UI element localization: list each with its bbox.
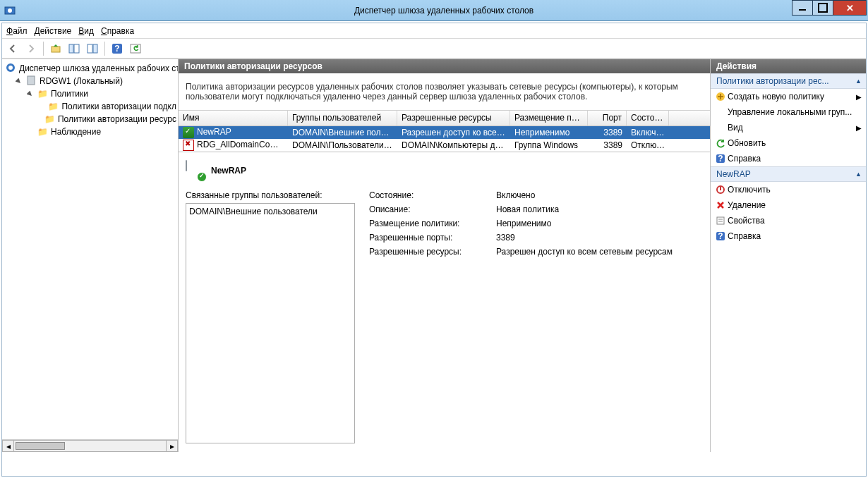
menu-view[interactable]: Вид xyxy=(78,26,94,36)
collapse-icon: ▲ xyxy=(855,171,862,178)
tree-pane: Диспетчер шлюза удаленных рабочих стол R… xyxy=(2,59,179,452)
desc-label: Описание: xyxy=(369,204,496,214)
svg-rect-4 xyxy=(74,44,79,53)
server-icon xyxy=(25,75,37,88)
center-description: Политика авторизации ресурсов удаленных … xyxy=(179,73,710,111)
actions-pane: Действия Политики авторизации рес...▲ Со… xyxy=(711,59,866,452)
tree-monitoring[interactable]: 📁 Наблюдение xyxy=(4,125,176,138)
help-button[interactable]: ? xyxy=(109,41,125,56)
window-title: Диспетчер шлюза удаленных рабочих столов xyxy=(20,6,868,16)
close-button[interactable]: ✕ xyxy=(833,0,867,16)
center-pane: Политики авторизации ресурсов Политика а… xyxy=(179,59,711,452)
col-groups[interactable]: Группы пользователей xyxy=(288,111,397,125)
col-state[interactable]: Состоя... xyxy=(627,111,669,125)
table-row[interactable]: RDG_AllDomainComputersDOMAIN\Пользовател… xyxy=(179,139,710,152)
tree-policies[interactable]: 📁 Политики xyxy=(4,87,176,100)
placement-value: Неприменимо xyxy=(496,219,703,228)
show-hide-actions-button[interactable] xyxy=(85,41,100,56)
collapse-icon: ▲ xyxy=(855,78,862,85)
state-label: Состояние: xyxy=(369,190,496,200)
menu-file[interactable]: Файл xyxy=(6,26,28,36)
window-titlebar: Диспетчер шлюза удаленных рабочих столов… xyxy=(0,0,868,21)
menu-action[interactable]: Действие xyxy=(35,26,72,36)
back-button[interactable] xyxy=(5,41,20,56)
submenu-icon: ▶ xyxy=(856,93,862,101)
table-row[interactable]: NewRAPDOMAIN\Внешние пользоват...Разреше… xyxy=(179,126,710,139)
tree-cap[interactable]: 📁 Политики авторизации подкл xyxy=(4,100,176,113)
action-refresh[interactable]: Обновить xyxy=(711,135,866,151)
svg-rect-9 xyxy=(131,44,140,53)
action-help[interactable]: ? Справка xyxy=(711,151,866,166)
folder-icon: 📁 xyxy=(37,89,48,99)
toolbar: ? xyxy=(2,39,866,59)
refresh-button[interactable] xyxy=(128,41,143,56)
detail-pane: NewRAP Связанные группы пользователей: D… xyxy=(179,152,710,452)
tree-server[interactable]: RDGW1 (Локальный) xyxy=(4,75,176,87)
center-header: Политики авторизации ресурсов xyxy=(179,59,710,73)
app-icon xyxy=(4,5,16,16)
help-icon: ? xyxy=(715,231,726,242)
table-header[interactable]: Имя Группы пользователей Разрешенные рес… xyxy=(179,111,710,126)
scroll-thumb[interactable] xyxy=(16,442,65,450)
gateway-icon xyxy=(5,62,16,75)
folder-icon: 📁 xyxy=(48,102,59,111)
help-icon: ? xyxy=(715,153,726,164)
forward-button[interactable] xyxy=(23,41,39,56)
svg-rect-3 xyxy=(69,44,73,53)
svg-rect-6 xyxy=(93,44,97,53)
svg-rect-2 xyxy=(52,47,60,52)
col-resources[interactable]: Разрешенные ресурсы xyxy=(397,111,510,125)
list-item[interactable]: DOMAIN\Внешние пользователи xyxy=(189,207,351,216)
folder-icon: 📁 xyxy=(44,114,55,124)
actions-group-rap[interactable]: Политики авторизации рес...▲ xyxy=(711,73,866,89)
svg-point-11 xyxy=(8,66,13,70)
action-create-policy[interactable]: Создать новую политику▶ xyxy=(711,89,866,104)
desc-value: Новая политика xyxy=(496,204,703,214)
action-view[interactable]: Вид▶ xyxy=(711,120,866,135)
tree-rap[interactable]: 📁 Политики авторизации ресурс xyxy=(4,113,176,125)
resources-value: Разрешен доступ ко всем сетевым ресурсам xyxy=(496,247,703,257)
collapse-icon[interactable] xyxy=(15,78,23,85)
maximize-button[interactable] xyxy=(812,0,833,16)
minimize-button[interactable] xyxy=(792,0,813,16)
action-delete[interactable]: Удаление xyxy=(711,197,866,213)
ports-value: 3389 xyxy=(496,233,703,243)
resources-label: Разрешенные ресурсы: xyxy=(369,247,496,257)
placement-label: Размещение политики: xyxy=(369,219,496,228)
action-disable[interactable]: Отключить xyxy=(711,182,866,197)
up-button[interactable] xyxy=(48,41,64,56)
tree-root[interactable]: Диспетчер шлюза удаленных рабочих стол xyxy=(4,62,176,75)
menubar: Файл Действие Вид Справка xyxy=(2,23,866,39)
svg-text:?: ? xyxy=(718,154,723,164)
policy-enabled-icon xyxy=(186,161,205,180)
ports-label: Разрешенные порты: xyxy=(369,233,496,243)
svg-point-1 xyxy=(8,8,12,13)
menu-help[interactable]: Справка xyxy=(101,26,134,36)
svg-text:?: ? xyxy=(114,44,119,54)
col-name[interactable]: Имя xyxy=(179,111,288,125)
properties-icon xyxy=(715,215,726,226)
action-properties[interactable]: Свойства xyxy=(711,213,866,228)
groups-listbox[interactable]: DOMAIN\Внешние пользователи xyxy=(186,203,355,443)
enabled-icon xyxy=(183,127,194,138)
submenu-icon: ▶ xyxy=(856,124,862,132)
delete-icon xyxy=(715,200,726,211)
refresh-icon xyxy=(715,137,726,149)
col-placement[interactable]: Размещение полити... xyxy=(510,111,588,125)
policy-table: Имя Группы пользователей Разрешенные рес… xyxy=(179,111,710,152)
show-hide-tree-button[interactable] xyxy=(66,41,82,56)
new-icon xyxy=(715,91,726,102)
action-manage-groups[interactable]: Управление локальными груп... xyxy=(711,104,866,120)
action-help2[interactable]: ? Справка xyxy=(711,228,866,244)
svg-rect-17 xyxy=(717,217,724,224)
horizontal-scrollbar[interactable]: ◂ ▸ xyxy=(2,439,178,452)
collapse-icon[interactable] xyxy=(26,90,34,98)
disable-icon xyxy=(715,184,726,195)
disabled-icon xyxy=(183,140,194,151)
scroll-left-button[interactable]: ◂ xyxy=(2,440,14,452)
scroll-right-button[interactable]: ▸ xyxy=(166,440,178,452)
actions-header: Действия xyxy=(711,59,866,73)
detail-title: NewRAP xyxy=(211,166,246,176)
actions-group-selected[interactable]: NewRAP▲ xyxy=(711,166,866,182)
col-port[interactable]: Порт xyxy=(588,111,627,125)
